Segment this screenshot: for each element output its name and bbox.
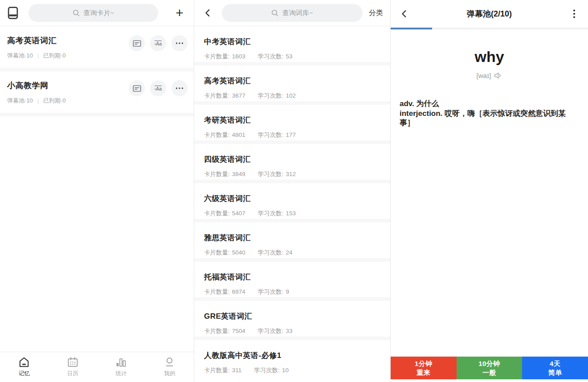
word: why: [391, 48, 588, 66]
study-count: 53: [286, 53, 293, 60]
study-label: 学习次数:: [258, 210, 284, 217]
cards-count: 1603: [232, 53, 245, 60]
library-row[interactable]: 考研英语词汇 卡片数量:4801 学习次数:177: [194, 105, 390, 140]
category-link[interactable]: 分类: [369, 8, 383, 18]
cards-label: 卡片数量:: [204, 210, 230, 217]
progress-bar: [391, 28, 588, 29]
back-button[interactable]: [398, 7, 411, 21]
library-title: 雅思英语词汇: [204, 233, 380, 243]
search-cards-input[interactable]: 查询卡片~: [29, 4, 158, 22]
card-icon: [133, 40, 141, 47]
search-icon: [73, 9, 80, 17]
library-row[interactable]: 中考英语词汇 卡片数量:1603 学习次数:53: [194, 26, 390, 62]
easy-interval: 4天: [550, 359, 560, 368]
nav-item-stats[interactable]: 统计: [97, 352, 146, 382]
menu-button[interactable]: [568, 7, 581, 21]
cards-count: 5040: [232, 249, 245, 256]
cards-label: 卡片数量:: [204, 53, 230, 60]
study-panel: 弹幕池(2/10) why [waɪ] adv. 为什么 in: [391, 0, 588, 382]
study-count: 102: [286, 92, 296, 99]
library-header: 查询词库~ 分类: [194, 0, 390, 26]
list-separator: [194, 297, 390, 301]
cards-count: 311: [232, 367, 242, 374]
library-row[interactable]: 雅思英语词汇 卡片数量:5040 学习次数:24: [194, 222, 390, 258]
study-label: 学习次数:: [258, 131, 284, 138]
cards-count: 3677: [232, 92, 245, 99]
search-library-placeholder: 查询词库~: [282, 9, 313, 17]
nav-item-memory[interactable]: 记忆: [0, 352, 49, 382]
definition-line: adv. 为什么: [400, 99, 579, 109]
study-label: 学习次数:: [258, 171, 284, 177]
library-list-panel: 查询词库~ 分类 中考英语词汇 卡片数量:1603 学习次数:53 高考英语词汇…: [194, 0, 391, 382]
browse-cards-button[interactable]: [129, 80, 145, 96]
library-title: 考研英语词汇: [204, 115, 380, 125]
deck-row[interactable]: 高考英语词汇 弹幕池·10 | 已到期·0 ‹Aa: [0, 26, 194, 68]
aa-icon: ‹Aa: [155, 41, 162, 46]
easy-button[interactable]: 4天 简单: [522, 357, 588, 379]
definition-line: interjection. 哎呀，嗨［表示惊讶或突然意识到某事］: [400, 109, 579, 128]
nav-label: 我的: [164, 370, 175, 378]
font-mode-button[interactable]: ‹Aa: [150, 80, 166, 96]
library-row[interactable]: GRE英语词汇 卡片数量:7504 学习次数:33: [194, 301, 390, 337]
deck-expired-count: 已到期·0: [43, 52, 66, 60]
study-label: 学习次数:: [258, 249, 284, 256]
again-interval: 1分钟: [415, 359, 433, 368]
library-title: 人教版高中英语-必修1: [204, 350, 380, 361]
library-title: 托福英语词汇: [204, 272, 380, 282]
subtitle-divider: |: [37, 98, 39, 104]
list-separator: [194, 258, 390, 262]
deck-pool-count: 弹幕池·10: [7, 52, 33, 60]
font-mode-button[interactable]: ‹Aa: [150, 35, 166, 51]
cards-count: 5407: [232, 210, 245, 217]
study-label: 学习次数:: [258, 328, 284, 334]
progress-fill: [391, 28, 432, 29]
subtitle-divider: |: [37, 53, 39, 59]
cards-label: 卡片数量:: [204, 328, 230, 334]
good-button[interactable]: 10分钟 一般: [457, 357, 523, 379]
bottom-nav: 记忆 日历 统计: [0, 352, 194, 382]
definitions: adv. 为什么 interjection. 哎呀，嗨［表示惊讶或突然意识到某事…: [391, 99, 588, 128]
study-count: 153: [286, 210, 296, 217]
search-icon: [271, 9, 279, 17]
list-separator: [194, 219, 390, 222]
nav-item-calendar[interactable]: 日历: [49, 352, 97, 382]
ellipsis-icon: [176, 42, 184, 44]
more-options-button[interactable]: [172, 35, 188, 51]
more-options-button[interactable]: [172, 80, 188, 96]
study-count: 177: [286, 131, 296, 138]
deck-expired-count: 已到期·0: [43, 97, 66, 105]
study-count: 24: [286, 249, 293, 256]
good-interval: 10分钟: [478, 359, 500, 368]
cards-label: 卡片数量:: [204, 288, 230, 295]
aa-icon: ‹Aa: [155, 86, 162, 91]
nav-label: 统计: [115, 370, 127, 378]
bar-chart-icon: [115, 357, 127, 368]
cards-label: 卡片数量:: [204, 367, 230, 374]
library-row[interactable]: 六级英语词汇 卡片数量:5407 学习次数:153: [194, 183, 390, 219]
again-button[interactable]: 1分钟 重来: [391, 357, 457, 379]
library-list: 中考英语词汇 卡片数量:1603 学习次数:53 高考英语词汇 卡片数量:367…: [194, 26, 390, 382]
search-library-input[interactable]: 查询词库~: [222, 4, 363, 22]
deck-row[interactable]: 小高教学网 弹幕池·10 | 已到期·0 ‹Aa: [0, 71, 194, 113]
library-row[interactable]: 高考英语词汇 卡片数量:3677 学习次数:102: [194, 66, 390, 101]
study-count: 9: [286, 288, 290, 295]
list-separator: [0, 68, 194, 71]
study-count: 10: [282, 367, 289, 374]
deck-book-icon[interactable]: [6, 6, 20, 20]
study-header: 弹幕池(2/10): [391, 0, 588, 28]
back-button[interactable]: [201, 6, 215, 20]
list-separator: [194, 140, 390, 144]
library-title: GRE英语词汇: [204, 311, 380, 321]
library-row[interactable]: 人教版高中英语-必修1 卡片数量:311 学习次数:10: [194, 340, 390, 376]
search-cards-placeholder: 查询卡片~: [84, 9, 114, 17]
nav-item-profile[interactable]: 我的: [145, 352, 194, 382]
library-row[interactable]: 托福英语词汇 卡片数量:6974 学习次数:9: [194, 262, 390, 297]
browse-cards-button[interactable]: [129, 35, 145, 51]
library-row[interactable]: 四级英语词汇 卡片数量:3849 学习次数:312: [194, 144, 390, 180]
add-deck-button[interactable]: +: [172, 5, 188, 21]
home-icon: [18, 357, 30, 368]
definition-text: 为什么: [416, 99, 439, 108]
nav-label: 记忆: [19, 370, 30, 378]
deck-pool-count: 弹幕池·10: [7, 97, 33, 105]
speaker-icon[interactable]: [494, 72, 502, 79]
